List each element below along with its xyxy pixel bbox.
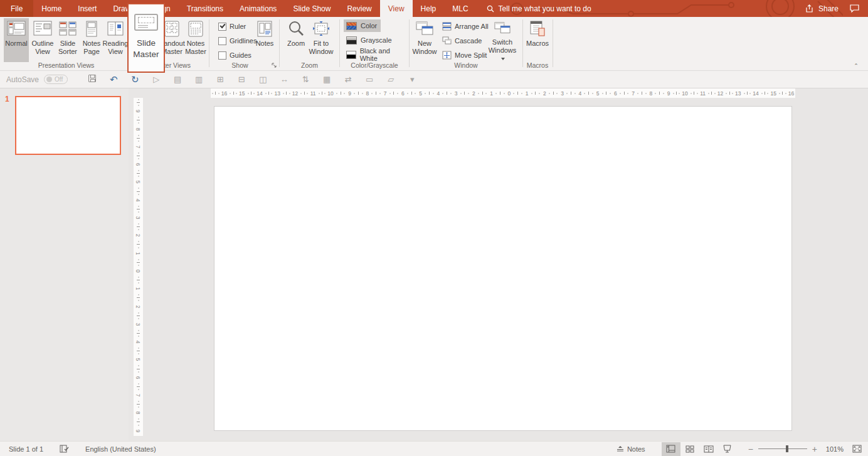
macros-button[interactable]: Macros <box>525 18 550 62</box>
slide-sorter-statusbar-button[interactable] <box>680 442 699 456</box>
autosave-toggle[interactable]: Off <box>44 75 68 84</box>
tab-view[interactable]: View <box>380 0 413 17</box>
share-button[interactable]: Share <box>806 4 839 13</box>
customize-qat-icon[interactable]: ▾ <box>401 75 423 84</box>
ruler-number: 4 <box>437 90 440 97</box>
new-window-button[interactable]: New Window <box>412 18 437 62</box>
ruler-checkbox-box[interactable] <box>218 23 226 31</box>
zoom-slider-handle[interactable] <box>786 445 788 452</box>
slide-show-statusbar-button[interactable] <box>718 442 737 456</box>
color-button[interactable]: Color <box>344 19 381 32</box>
ruler-number: 1 <box>490 90 493 97</box>
undo-button[interactable]: ↶ <box>103 74 124 85</box>
show-dialog-launcher-icon[interactable] <box>272 63 277 68</box>
distribute-horizontal-icon[interactable]: ↔ <box>273 75 295 84</box>
ungroup-objects-icon[interactable]: ⇄ <box>337 75 359 84</box>
tell-me-search[interactable]: Tell me what you want to do <box>477 0 591 17</box>
slide-thumbnail[interactable] <box>15 96 121 155</box>
cascade-button[interactable]: Cascade <box>442 35 482 46</box>
arrange-all-button[interactable]: Arrange All <box>442 21 489 32</box>
slide-canvas[interactable] <box>214 106 792 431</box>
horizontal-ruler[interactable]: 1615141312111098765432101234567891011121… <box>211 88 795 98</box>
start-from-beginning-icon[interactable]: ▷ <box>146 75 167 84</box>
collapse-ribbon-icon[interactable]: ⌃ <box>853 63 859 68</box>
gridlines-checkbox-box[interactable] <box>218 37 226 45</box>
slide-thumbnail-panel[interactable]: 1 <box>0 88 129 441</box>
ruler-unit: 12 <box>707 88 724 98</box>
grayscale-button[interactable]: Grayscale <box>344 34 396 46</box>
tab-transitions[interactable]: Transitions <box>179 0 231 17</box>
switch-windows-button[interactable]: Switch Windows <box>486 18 519 62</box>
group-objects-icon[interactable]: ▦ <box>316 75 337 84</box>
ruler-tick <box>714 93 716 94</box>
ruler-tick <box>433 93 434 94</box>
tab-home[interactable]: Home <box>33 0 70 17</box>
ruler-unit: 13 <box>724 88 742 98</box>
tab-help[interactable]: Help <box>413 0 445 17</box>
fit-slide-to-window-icon[interactable] <box>852 445 862 453</box>
spell-check-icon[interactable] <box>60 445 69 453</box>
align-objects-icon[interactable]: ◫ <box>252 75 273 84</box>
tab-insert[interactable]: Insert <box>70 0 105 17</box>
redo-button[interactable]: ↻ <box>124 74 146 85</box>
ruler-number: 8 <box>366 90 369 97</box>
text-direction-icon[interactable]: ▤ <box>167 75 188 84</box>
ruler-unit: 3 <box>134 204 143 222</box>
ruler-tick <box>691 93 692 94</box>
language-indicator[interactable]: English (United States) <box>85 445 156 453</box>
fit-to-window-button[interactable]: Fit to Window <box>309 18 334 62</box>
ruler-unit: 1 <box>134 240 143 257</box>
slide-master-callout[interactable]: Slide Master <box>127 3 165 73</box>
ruler-unit: 1 <box>134 275 143 293</box>
normal-view-button[interactable]: Normal <box>4 18 29 62</box>
ruler-tick <box>726 93 727 94</box>
move-split-button[interactable]: Move Split <box>442 50 487 61</box>
send-backward-icon[interactable]: ⊟ <box>231 75 252 84</box>
comments-icon[interactable] <box>850 4 859 13</box>
zoom-button[interactable]: Zoom <box>283 18 309 62</box>
ruler-tick <box>663 93 664 94</box>
save-button[interactable] <box>82 75 103 84</box>
guides-checkbox-box[interactable] <box>218 51 226 60</box>
autosave-toggle-knob <box>46 77 52 82</box>
notes-toggle[interactable]: Notes <box>617 445 645 453</box>
normal-view-statusbar-button[interactable] <box>662 442 680 456</box>
notes-master-button[interactable]: Notes Master <box>183 18 208 62</box>
zoom-in-button[interactable]: + <box>812 444 817 454</box>
ruler-tick <box>138 135 139 136</box>
reading-view-button[interactable]: Reading View <box>103 18 128 62</box>
ruler-tick <box>137 226 140 227</box>
tab-file[interactable]: File <box>0 0 33 17</box>
zoom-out-button[interactable]: − <box>748 444 753 454</box>
black-and-white-button[interactable]: Black and White <box>344 48 409 61</box>
notes-button[interactable]: Notes <box>252 18 277 62</box>
ruler-tick <box>137 191 140 192</box>
slide-sorter-button[interactable]: Slide Sorter <box>55 18 80 62</box>
zoom-level[interactable]: 101% <box>822 445 844 453</box>
outline-view-button[interactable]: Outline View <box>30 18 55 62</box>
ruler-unit: 11 <box>299 88 317 98</box>
ruler-tick <box>265 93 267 94</box>
ruler-checkbox[interactable]: Ruler <box>218 21 246 32</box>
rotate-objects-icon[interactable]: ▭ <box>359 75 380 84</box>
bring-forward-icon[interactable]: ⊞ <box>209 75 231 84</box>
tab-mlc[interactable]: MLC <box>444 0 476 17</box>
zoom-slider[interactable] <box>758 448 807 449</box>
vertical-ruler[interactable]: 9876543210123456789 <box>134 98 143 436</box>
guides-checkbox[interactable]: Guides <box>218 50 251 61</box>
align-text-icon[interactable]: ▥ <box>188 75 209 84</box>
ruler-tick <box>138 176 139 177</box>
ruler-number: 6 <box>401 90 405 97</box>
flip-objects-icon[interactable]: ▱ <box>380 75 401 84</box>
ruler-unit: 7 <box>134 382 143 400</box>
tab-review[interactable]: Review <box>339 0 379 17</box>
ruler-unit: 7 <box>618 88 636 98</box>
ruler-tick <box>397 93 398 94</box>
reading-view-statusbar-button[interactable] <box>699 442 718 456</box>
zoom-control: − + 101% <box>748 444 844 454</box>
gridlines-checkbox[interactable]: Gridlines <box>218 35 257 46</box>
distribute-vertical-icon[interactable]: ⇅ <box>295 75 316 84</box>
tab-animations[interactable]: Animations <box>231 0 285 17</box>
notes-page-button[interactable]: Notes Page <box>79 18 104 62</box>
tab-slide-show[interactable]: Slide Show <box>285 0 339 17</box>
